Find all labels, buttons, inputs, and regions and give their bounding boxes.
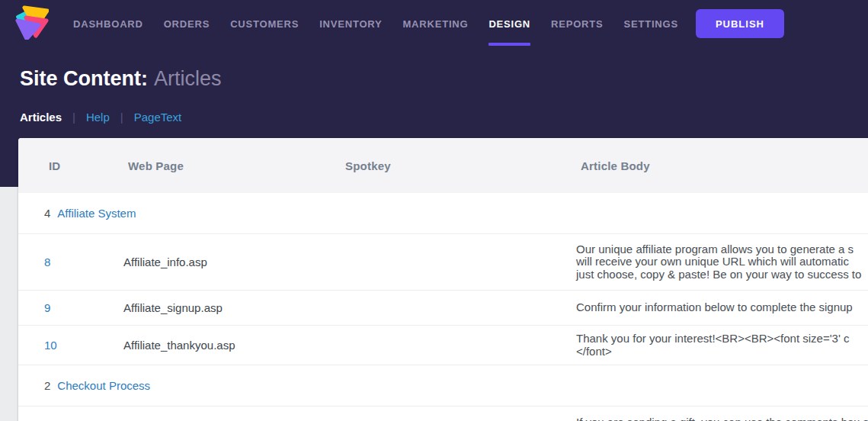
- group-title-link[interactable]: Checkout Process: [57, 379, 150, 392]
- column-header-web-page: Web Page: [98, 159, 319, 172]
- tab-articles[interactable]: Articles: [20, 111, 62, 124]
- column-header-id: ID: [18, 159, 98, 172]
- table-row-group: 4Affiliate System: [18, 193, 868, 234]
- brand-logo[interactable]: [15, 0, 49, 47]
- nav-item-dashboard[interactable]: DASHBOARD: [73, 0, 143, 47]
- cell-id: 9: [18, 301, 98, 314]
- cell-article-body: Our unique affiliate program allows you …: [550, 243, 868, 281]
- cell-article-body: Thank you for your interest!<BR><BR><fon…: [550, 333, 868, 358]
- nav-item-orders[interactable]: ORDERS: [164, 0, 210, 47]
- tab-separator: |: [72, 111, 75, 124]
- nav-items: DASHBOARDORDERSCUSTOMERSINVENTORYMARKETI…: [73, 0, 678, 47]
- article-id-link[interactable]: 10: [44, 339, 57, 352]
- cell-id: 10: [18, 339, 98, 352]
- table-row-article: 9Affiliate_signup.aspConfirm your inform…: [18, 291, 868, 326]
- page: { "nav": { "items": [ { "label": "DASHBO…: [0, 0, 868, 421]
- cell-id: [18, 407, 98, 416]
- tab-separator: |: [120, 111, 123, 124]
- nav-item-design[interactable]: DESIGN: [488, 0, 530, 47]
- nav-item-inventory[interactable]: INVENTORY: [319, 0, 382, 47]
- nav-item-marketing[interactable]: MARKETING: [402, 0, 468, 47]
- cell-spotkey: [319, 407, 550, 416]
- cell-id: 8: [18, 255, 98, 268]
- table-header: ID Web Page Spotkey Article Body: [18, 138, 868, 193]
- page-title: Site Content:Articles: [20, 67, 868, 90]
- group-id: 2: [44, 379, 50, 392]
- tab-pagetext[interactable]: PageText: [134, 111, 182, 124]
- group-id: 4: [44, 207, 50, 220]
- page-title-prefix: Site Content:: [20, 67, 148, 90]
- articles-table-card: ID Web Page Spotkey Article Body 4Affili…: [18, 138, 868, 421]
- nav-item-customers[interactable]: CUSTOMERS: [230, 0, 299, 47]
- table-row-group: 2Checkout Process: [18, 365, 868, 407]
- group-title-link[interactable]: Affiliate System: [57, 207, 136, 220]
- cell-article-body: If you are sending a gift, you can use t…: [550, 407, 868, 421]
- cell-web-page: [98, 407, 319, 416]
- nav-item-settings[interactable]: SETTINGS: [624, 0, 678, 47]
- cell-web-page: Affiliate_info.asp: [98, 255, 319, 268]
- cell-web-page: Affiliate_thankyou.asp: [98, 339, 319, 352]
- nav-item-reports[interactable]: REPORTS: [551, 0, 603, 47]
- publish-button[interactable]: PUBLISH: [696, 9, 784, 38]
- article-id-link[interactable]: 9: [44, 301, 50, 314]
- content-tabs: Articles|Help|PageText: [20, 111, 868, 124]
- cell-web-page: Affiliate_signup.asp: [98, 301, 319, 314]
- page-title-section: Articles: [154, 67, 222, 90]
- column-header-spotkey: Spotkey: [319, 159, 550, 172]
- article-id-link[interactable]: 8: [44, 255, 50, 268]
- cell-article-body: Confirm your information below to comple…: [550, 301, 868, 314]
- column-header-article-body: Article Body: [550, 159, 868, 172]
- table-row-article: 10Affiliate_thankyou.aspThank you for yo…: [18, 326, 868, 365]
- table-rows: 4Affiliate System8Affiliate_info.aspOur …: [18, 193, 868, 421]
- tab-help[interactable]: Help: [86, 111, 110, 124]
- table-row-article: If you are sending a gift, you can use t…: [18, 407, 868, 421]
- navbar: DASHBOARDORDERSCUSTOMERSINVENTORYMARKETI…: [0, 0, 868, 47]
- table-row-article: 8Affiliate_info.aspOur unique affiliate …: [18, 234, 868, 291]
- triangles-logo-icon: [15, 5, 49, 43]
